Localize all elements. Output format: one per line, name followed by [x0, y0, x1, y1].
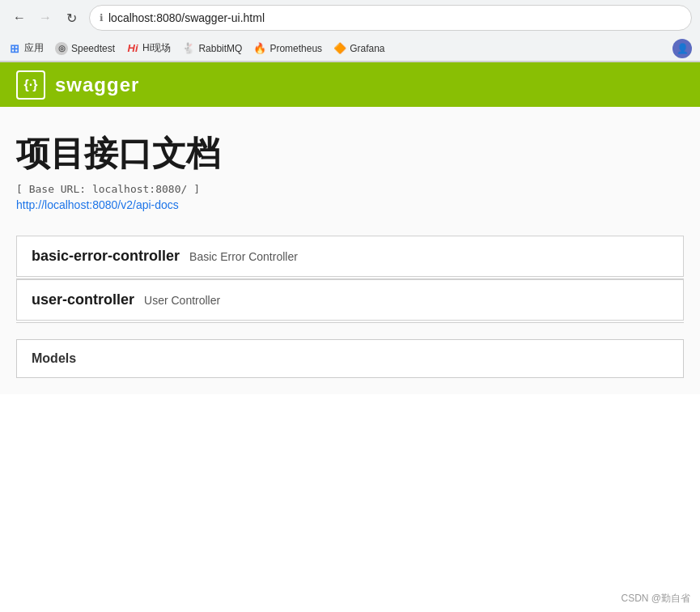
address-bar[interactable]: ℹ localhost:8080/swagger-ui.html: [89, 5, 692, 31]
controller-name-basic-error: basic-error-controller: [32, 248, 180, 265]
bookmark-hi[interactable]: Hi Hi现场: [126, 41, 171, 55]
api-title: 项目接口文档: [16, 131, 684, 176]
bookmark-grafana[interactable]: 🔶 Grafana: [333, 42, 384, 55]
controller-desc-basic-error: Basic Error Controller: [189, 250, 298, 263]
address-text: localhost:8080/swagger-ui.html: [108, 11, 265, 24]
lock-icon: ℹ: [100, 12, 104, 23]
bookmark-apps-label: 应用: [24, 41, 44, 55]
swagger-logo-symbol: {·}: [24, 78, 38, 92]
swagger-content: 项目接口文档 [ Base URL: localhost:8080/ ] htt…: [0, 107, 700, 394]
controller-desc-user: User Controller: [144, 294, 220, 307]
csdn-watermark: CSDN @勤自省: [621, 592, 690, 606]
watermark-text: CSDN @勤自省: [621, 593, 690, 604]
bookmark-rabbitmq-label: RabbitMQ: [198, 43, 242, 54]
bookmark-apps[interactable]: ⊞ 应用: [8, 41, 44, 55]
api-docs-link[interactable]: http://localhost:8080/v2/api-docs: [16, 198, 684, 211]
bookmark-rabbitmq[interactable]: 🐇 RabbitMQ: [182, 42, 242, 55]
section-divider-2: [16, 322, 684, 323]
browser-chrome: ← → ↻ ℹ localhost:8080/swagger-ui.html ⊞…: [0, 0, 700, 62]
controller-basic-error[interactable]: basic-error-controller Basic Error Contr…: [16, 236, 684, 277]
rabbitmq-icon: 🐇: [182, 42, 195, 55]
bookmark-speedtest-label: Speedtest: [71, 43, 115, 54]
base-url: [ Base URL: localhost:8080/ ]: [16, 183, 684, 195]
models-title: Models: [32, 351, 76, 365]
reload-button[interactable]: ↻: [60, 6, 83, 29]
prometheus-icon: 🔥: [253, 42, 266, 55]
browser-toolbar: ← → ↻ ℹ localhost:8080/swagger-ui.html: [0, 0, 700, 36]
swagger-header: {·} swagger: [0, 62, 700, 107]
hi-icon: Hi: [126, 42, 139, 55]
controllers-list: basic-error-controller Basic Error Contr…: [16, 236, 684, 323]
nav-buttons: ← → ↻: [8, 6, 83, 29]
speedtest-icon: ◎: [55, 42, 68, 55]
bookmark-prometheus-label: Prometheus: [269, 43, 322, 54]
bookmark-grafana-label: Grafana: [350, 43, 384, 54]
bookmark-speedtest[interactable]: ◎ Speedtest: [55, 42, 115, 55]
controller-user[interactable]: user-controller User Controller: [16, 279, 684, 321]
grafana-icon: 🔶: [333, 42, 346, 55]
models-section[interactable]: Models: [16, 339, 684, 378]
profile-icon[interactable]: 👤: [672, 39, 692, 58]
controller-name-user: user-controller: [32, 291, 134, 308]
apps-icon: ⊞: [8, 42, 21, 55]
bookmark-prometheus[interactable]: 🔥 Prometheus: [253, 42, 322, 55]
forward-button[interactable]: →: [34, 6, 57, 29]
back-button[interactable]: ←: [8, 6, 31, 29]
swagger-logo: {·}: [16, 70, 45, 100]
bookmark-hi-label: Hi现场: [142, 41, 171, 55]
swagger-brand: swagger: [55, 74, 139, 96]
bookmarks-bar: ⊞ 应用 ◎ Speedtest Hi Hi现场 🐇 RabbitMQ 🔥 Pr…: [0, 36, 700, 62]
